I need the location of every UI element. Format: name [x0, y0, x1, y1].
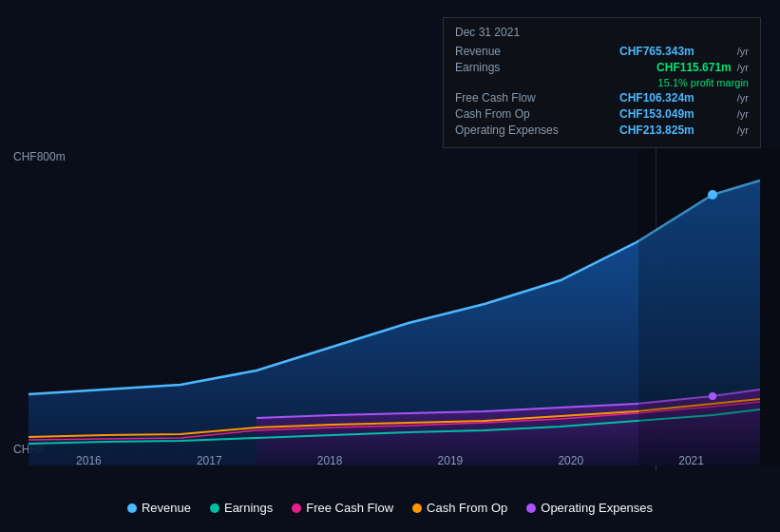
legend-dot-revenue	[127, 504, 137, 513]
chart-container: Dec 31 2021 Revenue CHF765.343m /yr Earn…	[0, 0, 780, 532]
tooltip-value-opex: CHF213.825m	[619, 124, 694, 137]
tooltip-label-revenue: Revenue	[455, 45, 579, 58]
x-label-2018: 2018	[317, 454, 343, 467]
tooltip-value-fcf: CHF106.324m	[619, 91, 694, 104]
tooltip-unit-opex: /yr	[737, 124, 749, 136]
legend-dot-earnings	[210, 504, 219, 513]
tooltip-profit-margin: 15.1% profit margin	[658, 77, 749, 88]
tooltip-unit-fcf: /yr	[737, 92, 749, 104]
tooltip-unit-earnings: /yr	[737, 62, 749, 73]
tooltip-unit-revenue: /yr	[737, 46, 749, 57]
tooltip-label-fcf: Free Cash Flow	[455, 91, 579, 104]
tooltip-box: Dec 31 2021 Revenue CHF765.343m /yr Earn…	[443, 17, 761, 148]
legend-item-revenue[interactable]: Revenue	[127, 501, 191, 515]
legend: Revenue Earnings Free Cash Flow Cash Fro…	[0, 501, 780, 515]
legend-label-revenue: Revenue	[142, 501, 191, 515]
tooltip-row-cashop: Cash From Op CHF153.049m /yr	[455, 107, 749, 121]
tooltip-value-earnings: CHF115.671m	[656, 61, 732, 74]
tooltip-row-margin: 15.1% profit margin	[455, 77, 749, 88]
legend-item-earnings[interactable]: Earnings	[210, 501, 273, 515]
x-label-2021: 2021	[678, 454, 704, 467]
x-label-2019: 2019	[438, 454, 464, 467]
opex-dot-2021	[709, 392, 716, 400]
tooltip-row-earnings: Earnings CHF115.671m /yr	[455, 61, 749, 74]
chart-area	[0, 147, 780, 470]
legend-dot-cashop	[412, 504, 422, 513]
tooltip-date: Dec 31 2021	[455, 26, 749, 39]
revenue-dot-2021	[708, 190, 717, 200]
legend-item-fcf[interactable]: Free Cash Flow	[292, 501, 393, 515]
tooltip-label-earnings: Earnings	[455, 61, 579, 74]
tooltip-row-revenue: Revenue CHF765.343m /yr	[455, 45, 749, 58]
legend-item-cashop[interactable]: Cash From Op	[412, 501, 507, 515]
legend-label-cashop: Cash From Op	[427, 501, 507, 515]
x-label-2016: 2016	[76, 454, 102, 467]
legend-label-earnings: Earnings	[224, 501, 273, 515]
legend-label-opex: Operating Expenses	[541, 501, 653, 515]
tooltip-row-opex: Operating Expenses CHF213.825m /yr	[455, 124, 749, 137]
legend-dot-opex	[526, 504, 536, 513]
tooltip-label-cashop: Cash From Op	[455, 107, 579, 121]
legend-label-fcf: Free Cash Flow	[306, 501, 393, 515]
tooltip-unit-cashop: /yr	[737, 108, 749, 120]
tooltip-row-fcf: Free Cash Flow CHF106.324m /yr	[455, 91, 749, 104]
chart-svg	[0, 147, 780, 466]
x-axis: 2016 2017 2018 2019 2020 2021	[0, 454, 780, 467]
legend-item-opex[interactable]: Operating Expenses	[526, 501, 653, 515]
x-label-2017: 2017	[197, 454, 222, 467]
legend-dot-fcf	[292, 504, 301, 513]
x-label-2020: 2020	[558, 454, 583, 467]
tooltip-value-revenue: CHF765.343m	[619, 45, 694, 58]
tooltip-label-opex: Operating Expenses	[455, 124, 579, 137]
tooltip-value-cashop: CHF153.049m	[619, 107, 694, 121]
